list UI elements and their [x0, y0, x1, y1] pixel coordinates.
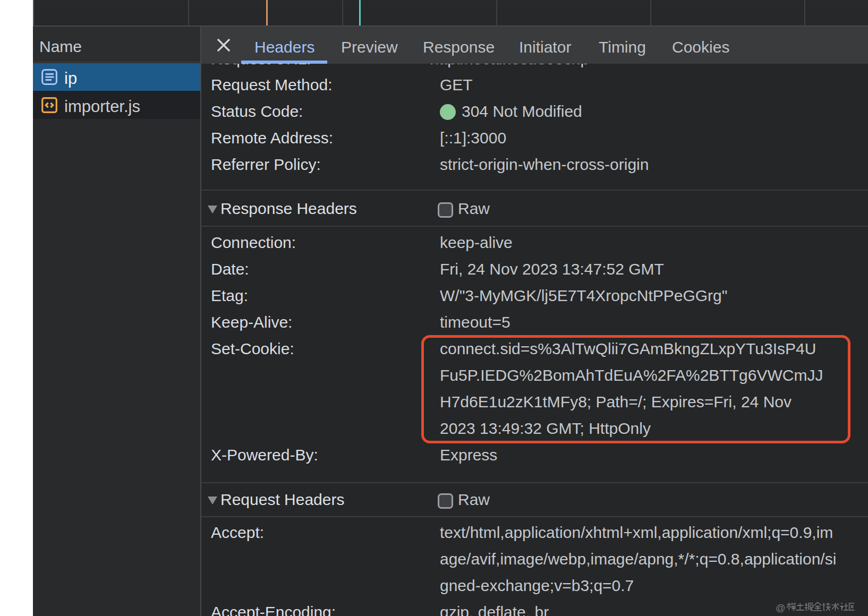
svg-text:@: @	[776, 602, 786, 613]
